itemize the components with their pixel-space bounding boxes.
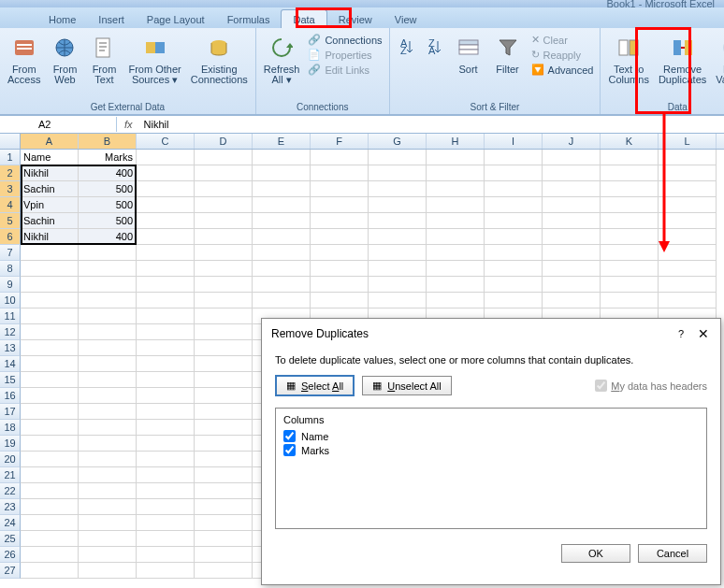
tab-page-layout[interactable]: Page Layout (136, 10, 216, 28)
cell[interactable] (485, 197, 543, 213)
cell[interactable] (311, 277, 369, 293)
col-header[interactable]: K (601, 134, 659, 149)
cell[interactable] (195, 531, 253, 547)
cell[interactable] (543, 165, 601, 181)
ok-button[interactable]: OK (561, 544, 630, 563)
cell[interactable] (195, 277, 253, 293)
row-header[interactable]: 26 (0, 547, 21, 563)
cancel-button[interactable]: Cancel (638, 544, 707, 563)
cell[interactable] (369, 293, 427, 308)
row-header[interactable]: 2 (0, 165, 21, 181)
cell[interactable] (21, 563, 79, 579)
cell[interactable] (311, 150, 369, 165)
cell[interactable] (195, 515, 253, 531)
row-header[interactable]: 5 (0, 213, 21, 229)
advanced-button[interactable]: 🔽Advanced (529, 63, 597, 77)
cell[interactable] (485, 213, 543, 229)
cell[interactable] (21, 293, 79, 308)
cell[interactable] (137, 483, 195, 499)
cell[interactable] (543, 181, 601, 197)
cell[interactable] (21, 340, 79, 356)
row-header[interactable]: 18 (0, 420, 21, 436)
cell[interactable] (659, 277, 717, 293)
cell[interactable] (427, 293, 485, 308)
cell[interactable] (427, 229, 485, 245)
fx-icon[interactable]: fx (117, 119, 140, 130)
cell[interactable] (137, 515, 195, 531)
cell[interactable] (21, 372, 79, 388)
cell[interactable] (369, 245, 427, 261)
cell[interactable] (485, 293, 543, 308)
filter-button[interactable]: Filter (489, 31, 527, 101)
cell[interactable] (137, 531, 195, 547)
cell[interactable] (137, 420, 195, 436)
cell[interactable] (195, 293, 253, 308)
cell[interactable]: 500 (79, 181, 137, 197)
cell[interactable] (311, 261, 369, 277)
cell[interactable] (79, 499, 137, 515)
cell[interactable] (601, 181, 659, 197)
cell[interactable] (79, 340, 137, 356)
cell[interactable] (253, 245, 311, 261)
cell[interactable] (195, 467, 253, 483)
cell[interactable] (137, 388, 195, 404)
cell[interactable]: 400 (79, 165, 137, 181)
cell[interactable] (195, 340, 253, 356)
column-item[interactable]: Marks (283, 443, 699, 457)
cell[interactable] (195, 356, 253, 372)
cell[interactable] (79, 515, 137, 531)
cell[interactable] (79, 563, 137, 579)
cell[interactable] (195, 372, 253, 388)
row-header[interactable]: 1 (0, 150, 21, 165)
cell[interactable] (601, 277, 659, 293)
cell[interactable]: Vpin (21, 197, 79, 213)
row-header[interactable]: 21 (0, 467, 21, 483)
cell[interactable] (79, 420, 137, 436)
cell[interactable] (21, 515, 79, 531)
existing-conn-button[interactable]: Existing Connections (187, 31, 252, 101)
cell[interactable] (369, 277, 427, 293)
row-header[interactable]: 8 (0, 261, 21, 277)
cell[interactable] (21, 245, 79, 261)
cell[interactable] (427, 213, 485, 229)
select-all-button[interactable]: ▦Select All (275, 375, 355, 396)
col-header[interactable]: E (253, 134, 311, 149)
cell[interactable]: Nikhil (21, 229, 79, 245)
cell[interactable] (485, 150, 543, 165)
cell[interactable] (485, 181, 543, 197)
sort-button[interactable]: Sort (450, 31, 487, 101)
cell[interactable] (21, 388, 79, 404)
cell[interactable] (195, 388, 253, 404)
from-access-button[interactable]: From Access (4, 31, 44, 101)
column-item[interactable]: Name (283, 429, 699, 443)
cell[interactable] (21, 547, 79, 563)
from-web-button[interactable]: From Web (46, 31, 83, 101)
sort-az-button[interactable]: AZ (394, 31, 420, 101)
cell[interactable] (21, 531, 79, 547)
remove-duplicates-button[interactable]: Remove Duplicates (655, 31, 710, 101)
cell[interactable] (311, 293, 369, 308)
row-header[interactable]: 6 (0, 229, 21, 245)
cell[interactable] (253, 277, 311, 293)
cell[interactable] (137, 452, 195, 467)
properties-button[interactable]: 📄Properties (305, 48, 384, 62)
cell[interactable] (601, 261, 659, 277)
cell[interactable] (137, 181, 195, 197)
sort-za-button[interactable]: ZA (422, 31, 448, 101)
cell[interactable] (195, 324, 253, 340)
cell[interactable] (543, 277, 601, 293)
cell[interactable] (195, 452, 253, 467)
cell[interactable] (369, 213, 427, 229)
tab-insert[interactable]: Insert (87, 10, 136, 28)
row-header[interactable]: 15 (0, 372, 21, 388)
cell[interactable] (195, 404, 253, 420)
cell[interactable] (79, 531, 137, 547)
cell[interactable] (311, 213, 369, 229)
cell[interactable]: Sachin (21, 181, 79, 197)
from-other-button[interactable]: From Other Sources ▾ (124, 31, 184, 101)
row-header[interactable]: 13 (0, 340, 21, 356)
reapply-button[interactable]: ↻Reapply (529, 48, 597, 62)
cell[interactable] (601, 245, 659, 261)
cell[interactable] (369, 181, 427, 197)
name-box[interactable]: A2 (33, 117, 117, 132)
